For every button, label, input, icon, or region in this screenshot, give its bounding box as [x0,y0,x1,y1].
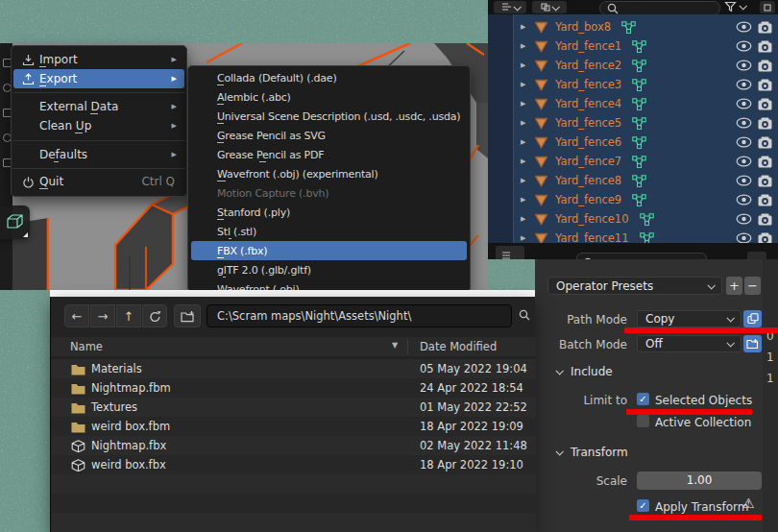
camera-icon[interactable] [758,21,772,34]
eye-icon[interactable] [736,136,752,148]
outliner-row[interactable]: ▶ Yard_box8 [488,17,778,36]
menu-item-external-data[interactable]: External Data ▶ [13,97,184,116]
eye-icon[interactable] [736,117,752,129]
new-folder-button[interactable] [174,304,201,327]
eye-icon[interactable] [736,79,752,90]
eye-icon[interactable] [736,213,752,225]
file-row[interactable]: Nightmap.fbx 02 May 2022 11:48 [51,436,536,455]
disclosure-triangle-icon[interactable]: ▶ [521,215,534,223]
object-name[interactable]: Yard_fence9 [555,193,621,206]
eye-icon[interactable] [736,232,752,243]
camera-icon[interactable] [758,40,772,53]
eye-icon[interactable] [736,194,752,206]
disclosure-triangle-icon[interactable]: ▶ [521,177,534,184]
file-row[interactable]: Materials 05 May 2022 19:04 [51,359,536,378]
camera-icon[interactable] [758,232,772,243]
active-collection-checkbox[interactable] [637,415,649,427]
back-button[interactable]: ← [64,304,89,327]
camera-icon[interactable] [758,136,772,149]
object-name[interactable]: Yard_fence4 [555,97,621,110]
batch-mode-dropdown[interactable]: Off [637,335,742,352]
search-icon[interactable] [519,309,531,322]
disclosure-triangle-icon[interactable]: ▶ [521,100,534,108]
eye-icon[interactable] [736,98,752,109]
outliner-row[interactable]: ▶ Yard_fence1 [488,36,778,56]
outliner-row[interactable]: ▶ Yard_fence7 [488,152,778,171]
outliner-row[interactable]: ▶ Yard_fence5 [488,113,778,133]
object-name[interactable]: Yard_fence10 [555,212,629,226]
file-row[interactable]: weird box.fbm 18 Apr 2022 19:09 [51,417,536,436]
camera-icon[interactable] [758,175,772,187]
outliner-row[interactable]: ▶ Yard_fence9 [488,190,778,209]
properties-options-button[interactable] [747,252,766,259]
filter-options-button[interactable] [760,1,775,13]
object-name[interactable]: Yard_fence1 [555,39,621,53]
outliner-row[interactable]: ▶ Yard_fence3 [488,75,778,94]
up-button[interactable]: ↑ [116,304,141,327]
refresh-button[interactable] [142,304,167,327]
submenu-item-stl[interactable]: Stl (.stl) [191,222,467,241]
object-name[interactable]: Yard_box8 [555,20,611,34]
eye-icon[interactable] [736,40,752,52]
operator-presets-dropdown[interactable]: Operator Presets [547,277,722,295]
scale-value-slider[interactable]: 1.00 [637,472,762,490]
submenu-item-gltf[interactable]: glTF 2.0 (.glb/.gltf) [191,260,467,279]
disclosure-triangle-icon[interactable]: ▶ [521,61,534,69]
menu-item-export[interactable]: Export ▶ [13,69,184,88]
directory-path-input[interactable] [207,304,512,327]
outliner-row[interactable]: ▶ Yard_fence10 [488,209,778,229]
submenu-item-alembic[interactable]: Alembic (.abc) [191,87,467,107]
disclosure-triangle-icon[interactable]: ▶ [521,234,534,242]
selected-objects-checkbox[interactable]: ✓ [637,393,649,405]
camera-icon[interactable] [758,60,772,72]
properties-search-input[interactable] [576,253,707,259]
camera-icon[interactable] [758,79,772,91]
eye-icon[interactable] [736,60,752,71]
submenu-item-gp-svg[interactable]: Grease Pencil as SVG [191,126,467,145]
outliner-row[interactable]: ▶ Yard_fence4 [488,94,778,113]
apply-transform-checkbox[interactable]: ✓ [637,499,649,512]
add-cube-tool-button[interactable] [0,206,30,239]
file-row[interactable]: Textures 01 May 2022 22:52 [51,398,536,417]
sort-descending-icon[interactable]: ▼ [392,341,398,350]
menu-item-clean-up[interactable]: Clean Up ▶ [13,116,184,135]
include-section-header[interactable]: Include [556,365,613,378]
submenu-item-fbx[interactable]: FBX (.fbx) [191,241,467,260]
object-name[interactable]: Yard_fence5 [555,116,621,130]
object-name[interactable]: Yard_fence3 [555,78,621,91]
menu-item-quit[interactable]: Quit Ctrl Q [13,172,184,191]
camera-icon[interactable] [758,194,772,206]
object-name[interactable]: Yard_fence2 [555,59,621,72]
disclosure-triangle-icon[interactable]: ▶ [521,23,534,31]
properties-tab-button[interactable] [496,246,524,259]
disclosure-triangle-icon[interactable]: ▶ [521,119,534,127]
outliner-row[interactable]: ▶ Yard_fence11 [488,229,778,243]
column-date-modified[interactable]: Date Modified [420,340,497,353]
path-mode-dropdown[interactable]: Copy [637,310,742,327]
file-row[interactable]: weird box.fbx 18 Apr 2022 19:10 [51,455,536,474]
eye-icon[interactable] [736,175,752,186]
outliner-row[interactable]: ▶ Yard_fence2 [488,56,778,75]
submenu-item-gp-pdf[interactable]: Grease Pencil as PDF [191,145,467,164]
menu-item-import[interactable]: Import ▶ [13,50,184,69]
object-name[interactable]: Yard_fence6 [555,135,621,149]
remove-preset-button[interactable]: − [744,277,761,295]
filter-dropdown[interactable] [724,1,745,12]
outliner-row[interactable]: ▶ Yard_fence6 [488,133,778,152]
object-name[interactable]: Yard_fence7 [555,155,621,168]
eye-icon[interactable] [736,21,752,33]
outliner-search-input[interactable] [599,1,720,14]
editor-type-dropdown[interactable] [494,1,526,13]
eye-icon[interactable] [736,156,752,167]
add-preset-button[interactable]: + [726,277,742,295]
embed-textures-button[interactable] [743,310,762,327]
outliner-row[interactable]: ▶ Yard_fence8 [488,171,778,190]
display-mode-dropdown[interactable] [532,1,567,13]
menu-item-defaults[interactable]: Defaults ▶ [13,145,184,164]
submenu-item-stanford[interactable]: Stanford (.ply) [191,203,467,222]
submenu-item-collada[interactable]: Collada (Default) (.dae) [191,68,467,87]
disclosure-triangle-icon[interactable]: ▶ [521,81,534,88]
object-name[interactable]: Yard_fence11 [555,231,629,243]
object-name[interactable]: Yard_fence8 [555,174,621,187]
disclosure-triangle-icon[interactable]: ▶ [521,196,534,204]
